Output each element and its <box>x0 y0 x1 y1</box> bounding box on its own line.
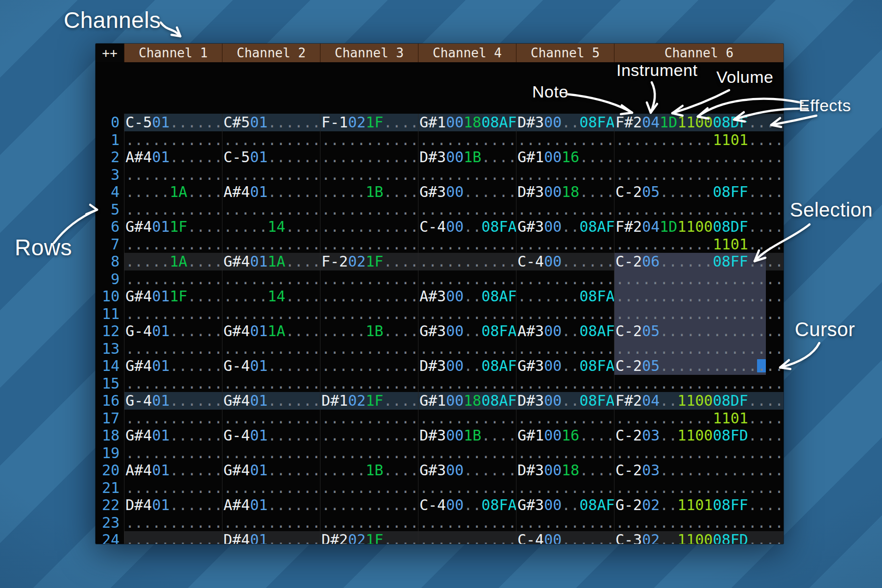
pattern-cell-ch3[interactable]: ........... <box>320 496 418 514</box>
volume-field[interactable]: .. <box>268 427 285 444</box>
pattern-expand-button[interactable]: ++ <box>96 44 124 62</box>
note-field[interactable]: D#1 <box>321 392 348 410</box>
note-field[interactable]: ... <box>419 375 446 392</box>
instrument-field[interactable]: 01 <box>152 322 170 340</box>
pattern-cell-ch1[interactable]: G#401...... <box>124 427 222 444</box>
effect-field[interactable]: .... <box>187 427 222 444</box>
instrument-field[interactable]: .. <box>152 183 170 201</box>
effect-field[interactable]: .... <box>579 375 614 392</box>
effect-field[interactable]: .... <box>677 183 712 201</box>
volume-field[interactable]: 18 <box>562 183 579 201</box>
volume-field[interactable]: .. <box>366 288 383 305</box>
note-field[interactable]: G#3 <box>419 322 446 340</box>
pattern-cell-ch2[interactable]: ........... <box>222 340 320 358</box>
effect-field[interactable]: .... <box>713 514 748 532</box>
pattern-cell-ch6[interactable]: ................... <box>614 148 784 166</box>
note-field[interactable]: F#2 <box>615 392 642 410</box>
instrument-field[interactable]: .. <box>348 270 366 288</box>
note-field[interactable]: ... <box>321 410 348 427</box>
instrument-field[interactable]: .. <box>348 444 366 462</box>
note-field[interactable]: A#4 <box>223 496 250 514</box>
instrument-field[interactable]: 02 <box>642 531 660 544</box>
instrument-field[interactable]: .. <box>348 514 366 532</box>
pattern-cell-ch1[interactable]: ........... <box>124 270 222 288</box>
effect-field[interactable]: .... <box>285 270 320 288</box>
instrument-field[interactable]: 01 <box>152 357 170 375</box>
volume-field[interactable]: .. <box>562 305 579 323</box>
effect-field[interactable]: .... <box>383 410 418 427</box>
pattern-cell-ch6[interactable]: C-205.............. <box>614 322 784 340</box>
volume-field[interactable]: .. <box>660 288 677 305</box>
note-field[interactable]: ... <box>615 305 642 323</box>
instrument-field[interactable]: .. <box>446 531 464 544</box>
effect-field[interactable]: 08FA <box>481 218 516 236</box>
note-field[interactable]: A#3 <box>419 288 446 305</box>
pattern-cell-ch3[interactable]: ........... <box>320 479 418 497</box>
instrument-field[interactable]: 01 <box>152 427 170 444</box>
instrument-field[interactable]: 01 <box>152 114 170 131</box>
instrument-field[interactable]: .. <box>642 131 660 149</box>
volume-field[interactable]: .. <box>170 392 187 410</box>
effect-field[interactable]: .... <box>481 253 516 270</box>
instrument-field[interactable]: .. <box>642 410 660 427</box>
pattern-cell-ch6[interactable]: F#2041D110008DF.... <box>614 218 784 236</box>
pattern-cell-ch5[interactable]: G#300..08AF <box>516 496 614 514</box>
instrument-field[interactable]: .. <box>152 410 170 427</box>
effect-field[interactable]: .... <box>187 148 222 166</box>
effect-field[interactable]: .... <box>579 410 614 427</box>
volume-field[interactable]: .. <box>660 462 677 479</box>
effect-field[interactable]: 08AF <box>481 114 516 131</box>
note-field[interactable]: ... <box>321 305 348 323</box>
effect-field[interactable]: .... <box>713 148 748 166</box>
pattern-cell-ch4[interactable]: D#3001B.... <box>418 427 516 444</box>
effect-field[interactable]: .... <box>677 375 712 392</box>
volume-field[interactable]: .. <box>562 322 579 340</box>
volume-field[interactable]: .. <box>562 288 579 305</box>
note-field[interactable]: C-4 <box>419 496 446 514</box>
pattern-cell-ch1[interactable]: ........... <box>124 131 222 149</box>
instrument-field[interactable]: 01 <box>250 253 268 270</box>
instrument-field[interactable]: 04 <box>642 392 660 410</box>
volume-field[interactable]: 1A <box>268 253 285 270</box>
instrument-field[interactable]: .. <box>446 236 464 253</box>
effect-field[interactable]: 08AF <box>481 288 516 305</box>
pattern-cell-ch5[interactable]: D#30018.... <box>516 462 614 479</box>
pattern-cell-ch6[interactable]: ................... <box>614 166 784 184</box>
volume-field[interactable]: .. <box>660 514 677 532</box>
effect-field[interactable]: .... <box>383 427 418 444</box>
volume-field[interactable]: .. <box>464 357 481 375</box>
instrument-field[interactable]: .. <box>446 479 464 497</box>
volume-field[interactable]: .. <box>170 514 187 532</box>
note-field[interactable]: ... <box>321 218 348 236</box>
note-field[interactable]: G#4 <box>125 357 152 375</box>
effect-field[interactable]: .... <box>579 340 614 358</box>
effect-field[interactable]: .... <box>677 340 712 358</box>
pattern-cell-ch2[interactable]: G#401...... <box>222 392 320 410</box>
effect-field[interactable]: .... <box>285 253 320 270</box>
note-field[interactable]: G#4 <box>125 218 152 236</box>
volume-field[interactable]: .. <box>562 114 579 131</box>
instrument-field[interactable]: 01 <box>152 496 170 514</box>
volume-field[interactable]: .. <box>660 236 677 253</box>
pattern-cell-ch3[interactable]: ........... <box>320 514 418 532</box>
instrument-field[interactable]: .. <box>544 201 562 219</box>
note-field[interactable]: ... <box>125 375 152 392</box>
effect-field[interactable]: .... <box>187 166 222 184</box>
effect-field[interactable]: .... <box>481 236 516 253</box>
effect-field[interactable]: 08AF <box>579 496 614 514</box>
pattern-cell-ch1[interactable]: ........... <box>124 531 222 544</box>
note-field[interactable]: ... <box>125 201 152 219</box>
pattern-cell-ch2[interactable]: ........... <box>222 166 320 184</box>
note-field[interactable]: D#3 <box>517 392 544 410</box>
effect-field[interactable]: .... <box>187 288 222 305</box>
instrument-field[interactable]: 00 <box>544 531 562 544</box>
effect-field[interactable]: .... <box>285 427 320 444</box>
effect-field[interactable]: .... <box>285 340 320 358</box>
instrument-field[interactable]: .. <box>544 270 562 288</box>
instrument-field[interactable]: .. <box>642 305 660 323</box>
volume-field[interactable]: .. <box>562 201 579 219</box>
volume-field[interactable]: 16 <box>562 427 579 444</box>
effect-field[interactable]: .... <box>383 148 418 166</box>
volume-field[interactable]: .. <box>268 305 285 323</box>
instrument-field[interactable]: 01 <box>152 392 170 410</box>
